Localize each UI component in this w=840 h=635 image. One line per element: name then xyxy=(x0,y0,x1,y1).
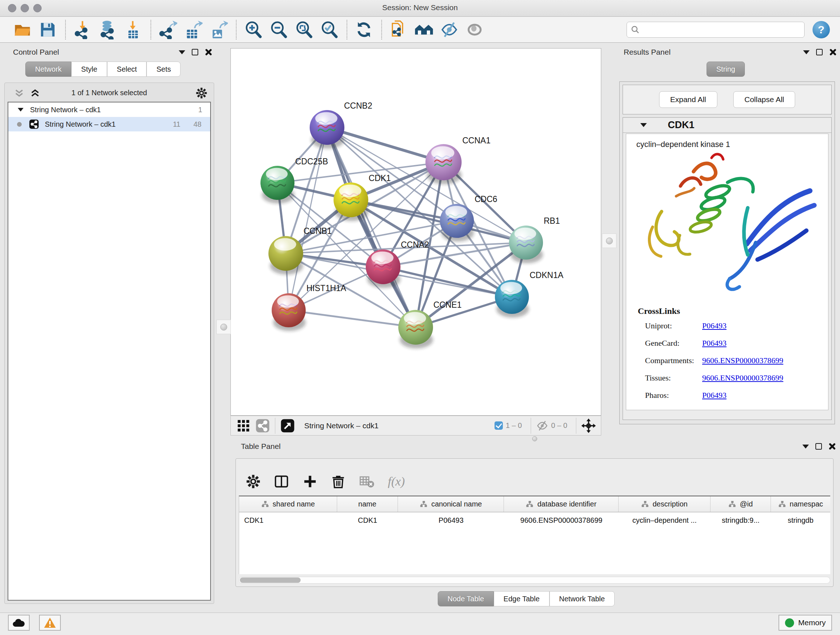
function-builder-icon[interactable]: f(x) xyxy=(388,475,405,488)
panel-close-icon[interactable] xyxy=(829,49,836,56)
scrollbar-thumb[interactable] xyxy=(240,578,301,583)
tab-select[interactable]: Select xyxy=(107,62,147,77)
column-header[interactable]: namespac xyxy=(771,496,830,512)
panel-float-icon[interactable] xyxy=(192,49,198,55)
tab-network[interactable]: Network xyxy=(25,62,71,77)
column-header[interactable]: shared name xyxy=(239,496,337,512)
tab-sets[interactable]: Sets xyxy=(147,62,180,77)
compartments-link[interactable]: 9606.ENSP00000378699 xyxy=(702,356,783,365)
network-node-HIST1H1A[interactable]: HIST1H1A xyxy=(272,283,347,331)
collapse-caret-icon[interactable] xyxy=(640,123,647,127)
export-image-button[interactable] xyxy=(208,19,229,40)
panel-float-icon[interactable] xyxy=(816,49,823,55)
collapse-all-button[interactable]: Collapse All xyxy=(733,91,796,108)
table-row[interactable]: CDK1 CDK1 P06493 9606.ENSP00000378699 cy… xyxy=(239,512,830,528)
gear-icon[interactable] xyxy=(196,87,207,99)
tab-edge-table[interactable]: Edge Table xyxy=(494,591,549,606)
left-splitter-handle[interactable] xyxy=(216,320,231,334)
panel-close-icon[interactable] xyxy=(205,49,212,56)
column-header[interactable]: name xyxy=(337,496,398,512)
open-session-button[interactable] xyxy=(12,19,33,40)
save-session-button[interactable] xyxy=(38,19,58,40)
network-edge-CCNB2-CCNA1[interactable] xyxy=(327,127,444,162)
warnings-button[interactable] xyxy=(39,615,61,631)
network-node-CCNA1[interactable]: CCNA1 xyxy=(425,136,491,184)
gear-icon[interactable] xyxy=(246,474,261,489)
cell-id[interactable]: stringdb:9... xyxy=(711,512,771,528)
zoom-out-button[interactable] xyxy=(268,19,289,40)
network-canvas[interactable]: CCNB2CCNA1CDC25BCDK1CDC6RB1CCNB1CCNA2CDK… xyxy=(231,48,601,416)
horizontal-scrollbar[interactable] xyxy=(239,577,830,584)
panel-float-icon[interactable] xyxy=(815,443,822,450)
import-database-icon xyxy=(98,20,118,40)
panel-menu-icon[interactable] xyxy=(803,50,810,54)
node-details-header[interactable]: CDK1 xyxy=(623,118,831,133)
show-columns-icon[interactable] xyxy=(273,473,289,489)
column-header[interactable]: database identifier xyxy=(504,496,618,512)
network-node-CDKN1A[interactable]: CDKN1A xyxy=(495,271,564,318)
tab-string[interactable]: String xyxy=(706,62,745,77)
uniprot-link[interactable]: P06493 xyxy=(702,321,726,331)
export-network-button[interactable] xyxy=(158,19,178,40)
clone-network-button[interactable] xyxy=(388,19,409,40)
column-header[interactable]: canonical name xyxy=(398,496,504,512)
expand-all-button[interactable]: Expand All xyxy=(659,91,717,108)
cell-name[interactable]: CDK1 xyxy=(337,512,398,528)
cell-description[interactable]: cyclin–dependent ... xyxy=(619,512,711,528)
node-label-CDC25B: CDC25B xyxy=(295,157,328,166)
pan-crosshair-icon[interactable] xyxy=(581,418,596,433)
network-collection-row[interactable]: String Network – cdk1 1 xyxy=(8,103,210,117)
collection-count: 1 xyxy=(198,106,202,114)
first-neighbors-button[interactable] xyxy=(414,19,434,40)
cell-database-identifier[interactable]: 9606.ENSP00000378699 xyxy=(504,512,619,528)
zoom-fit-button[interactable] xyxy=(294,19,314,40)
show-all-button[interactable] xyxy=(464,19,485,40)
network-graph[interactable]: CCNB2CCNA1CDC25BCDK1CDC6RB1CCNB1CCNA2CDK… xyxy=(231,49,601,415)
panel-menu-icon[interactable] xyxy=(179,50,185,54)
panel-close-icon[interactable] xyxy=(829,443,836,450)
network-edge-CCNB2-CCNE1[interactable] xyxy=(327,127,416,327)
tissues-link[interactable]: 9606.ENSP00000378699 xyxy=(702,373,783,383)
tab-style[interactable]: Style xyxy=(71,62,107,77)
tree-expander-icon[interactable] xyxy=(18,108,24,111)
genecard-link[interactable]: P06493 xyxy=(702,339,726,348)
export-table-button[interactable] xyxy=(183,19,203,40)
import-network-from-database-button[interactable] xyxy=(98,19,118,40)
network-edge-HIST1H1A-CCNE1[interactable] xyxy=(289,310,416,327)
cell-namespace[interactable]: stringdb xyxy=(771,512,830,528)
import-table-button[interactable] xyxy=(123,19,143,40)
help-button[interactable]: ? xyxy=(813,21,830,38)
share-network-gray-icon[interactable] xyxy=(256,418,270,433)
add-column-icon[interactable] xyxy=(302,474,317,489)
column-header[interactable]: @id xyxy=(711,496,771,512)
import-network-button[interactable] xyxy=(73,19,93,40)
cell-shared-name[interactable]: CDK1 xyxy=(239,512,337,528)
apply-layout-button[interactable] xyxy=(354,19,374,40)
zoom-selected-button[interactable] xyxy=(319,19,339,40)
delete-column-icon[interactable] xyxy=(331,474,346,489)
cloud-status-button[interactable] xyxy=(8,615,30,631)
network-node-CCNB2[interactable]: CCNB2 xyxy=(309,101,372,149)
delete-table-icon[interactable] xyxy=(359,473,375,489)
cell-canonical-name[interactable]: P06493 xyxy=(398,512,504,528)
hidden-eye-icon[interactable] xyxy=(536,420,548,432)
network-edge-CCNB2-HIST1H1A[interactable] xyxy=(289,127,327,310)
tab-network-table[interactable]: Network Table xyxy=(549,591,615,606)
tab-node-table[interactable]: Node Table xyxy=(438,591,494,606)
panel-menu-icon[interactable] xyxy=(802,445,809,448)
memory-button[interactable]: Memory xyxy=(778,615,832,631)
hierarchy-icon xyxy=(420,500,428,508)
toolbar-separator xyxy=(236,20,237,40)
search-input[interactable] xyxy=(627,22,805,38)
network-node-RB1[interactable]: RB1 xyxy=(509,216,560,263)
column-header[interactable]: description xyxy=(619,496,711,512)
birds-eye-grid-icon[interactable] xyxy=(237,419,250,432)
zoom-in-button[interactable] xyxy=(243,19,264,40)
network-row[interactable]: String Network – cdk1 11 48 xyxy=(8,117,210,131)
right-splitter-handle[interactable] xyxy=(602,233,616,248)
open-in-new-icon[interactable] xyxy=(280,418,295,433)
pharos-link[interactable]: P06493 xyxy=(702,391,726,400)
network-node-CCNE1[interactable]: CCNE1 xyxy=(398,300,462,348)
hide-selected-button[interactable] xyxy=(439,19,459,40)
selected-checkbox-icon[interactable] xyxy=(494,421,503,430)
